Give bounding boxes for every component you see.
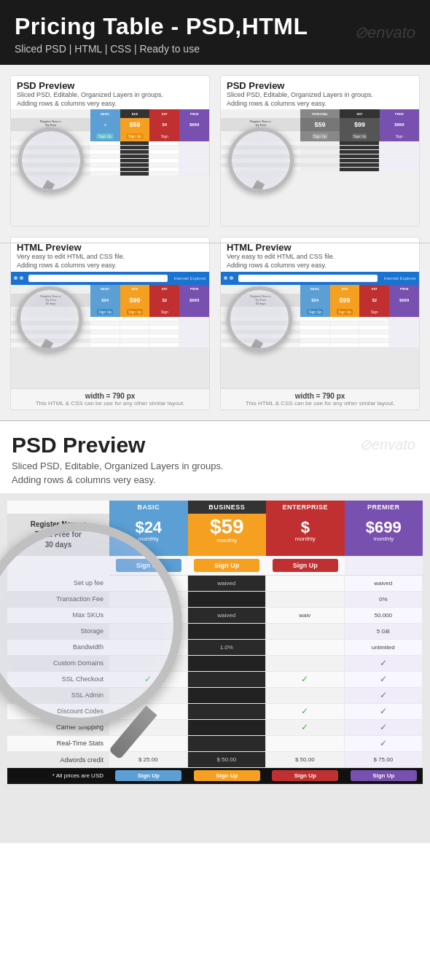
cell-premier-maxsku: 50,000	[345, 608, 423, 624]
footer-signup-business[interactable]: Sign Up	[194, 770, 260, 781]
price-amount-enterprise: $	[267, 520, 343, 536]
header: Pricing Table - PSD,HTML Sliced PSD | HT…	[0, 0, 430, 65]
html-note-2: This HTML & CSS can be use for any other…	[227, 400, 413, 407]
footer-row: * All prices are USD Sign Up Sign Up Sig…	[7, 768, 423, 784]
cell-business-stats	[188, 736, 267, 752]
psd-preview-panel-2: PSD Preview Sliced PSD, Editable, Organi…	[220, 75, 420, 227]
footer-signup-basic[interactable]: Sign Up	[115, 770, 181, 781]
cell-business-ssl-checkout	[188, 672, 267, 688]
data-col-enterprise: waiv ✓ ✓ ✓	[266, 576, 345, 752]
browser-bar-text: Internet Explorer	[174, 276, 206, 281]
signup-cell-enterprise[interactable]: Sign Up	[266, 556, 345, 575]
cell-business-setup: waived	[188, 576, 267, 592]
adwords-row: Adwords credit $ 25.00 $ 50.00 $ 50.00 $…	[7, 752, 423, 768]
bottom-description: Sliced PSD, Editable, Organized Layers i…	[12, 459, 418, 487]
cell-business-storage	[188, 624, 267, 640]
browser-dot	[20, 276, 23, 280]
panel-thumbnail-2: PERSONAL ENT PREM Register Now orTry Fre…	[221, 109, 419, 226]
panel-info-3: width = 790 px This HTML & CSS can be us…	[11, 388, 209, 409]
cell-enterprise-transaction	[266, 592, 345, 608]
cell-premier-ssl-admin: ✓	[345, 688, 423, 704]
cell-business-bandwidth: 1.0%	[188, 640, 267, 656]
cell-premier-storage: 5 GB	[345, 624, 423, 640]
price-premier: $699 monthly	[345, 514, 423, 556]
bottom-header: ⊘envato PSD Preview Sliced PSD, Editable…	[0, 421, 430, 493]
price-period-premier: monthly	[346, 536, 422, 542]
panel-desc-2: Sliced PSD, Editable, Organized Layers i…	[227, 91, 413, 108]
cell-enterprise-bandwidth	[266, 640, 345, 656]
header-watermark: ⊘envato	[354, 23, 415, 42]
panel-title-1: PSD Preview	[17, 80, 203, 91]
col-headers-row: BASIC BUSINESS ENTERPRISE PREMIER	[109, 501, 423, 514]
cell-premier-discount: ✓	[345, 704, 423, 720]
cell-enterprise-discount: ✓	[266, 704, 345, 720]
col-header-basic: BASIC	[109, 501, 188, 514]
browser-dot	[14, 276, 17, 280]
browser-bar-text: Internet Explorer	[384, 276, 416, 281]
panel-thumbnail-4: Internet Explorer BASIC BUS ENT PREM Reg…	[221, 272, 419, 388]
cell-premier-carrier: ✓	[345, 720, 423, 736]
cell-enterprise-ssl-admin	[266, 688, 345, 704]
footer-cell-premier[interactable]: Sign Up	[345, 768, 423, 784]
cell-business-custom	[188, 656, 267, 672]
cell-enterprise-custom	[266, 656, 345, 672]
panel-label-4: HTML Preview Very easy to edit HTML and …	[221, 238, 419, 271]
cell-enterprise-stats	[266, 736, 345, 752]
panel-thumbnail-1: BASIC BUS ENT PREM Register Now orTry Fr…	[11, 109, 209, 226]
cell-business-maxsku: waived	[188, 608, 267, 624]
bottom-heading: PSD Preview	[12, 433, 418, 458]
price-business: $59 monthly	[188, 514, 267, 556]
panel-desc-4: Very easy to edit HTML and CSS file.Addi…	[227, 253, 413, 270]
panel-label-2: PSD Preview Sliced PSD, Editable, Organi…	[221, 76, 419, 109]
price-period-business: monthly	[189, 537, 265, 544]
row-label-stats: Real-Time Stats	[7, 736, 109, 752]
cell-enterprise-storage	[266, 624, 345, 640]
panel-desc-1: Sliced PSD, Editable, Organized Layers i…	[17, 91, 203, 108]
browser-dot	[224, 276, 227, 280]
panel-desc-3: Very easy to edit HTML and CSS file.Addi…	[17, 253, 203, 270]
adwords-enterprise: $ 50.00	[266, 752, 345, 768]
html-preview-panel-1: HTML Preview Very easy to edit HTML and …	[10, 237, 210, 409]
data-col-premier: waived 0% 50,000 5 GB unlimited ✓ ✓ ✓ ✓ …	[345, 576, 423, 752]
magnifier-3	[17, 286, 82, 352]
col-header-business: BUSINESS	[188, 501, 267, 514]
cell-enterprise-ssl-checkout: ✓	[266, 672, 345, 688]
browser-address	[28, 275, 168, 282]
cell-business-carrier	[188, 720, 267, 736]
browser-address	[238, 275, 378, 282]
preview-grid: PSD Preview Sliced PSD, Editable, Organi…	[0, 65, 430, 420]
footer-cell-business[interactable]: Sign Up	[188, 768, 267, 784]
bottom-section: ⊘envato PSD Preview Sliced PSD, Editable…	[0, 421, 430, 843]
cell-premier-transaction: 0%	[345, 592, 423, 608]
footer-cell-enterprise[interactable]: Sign Up	[266, 768, 345, 784]
footer-cell-basic[interactable]: Sign Up	[109, 768, 188, 784]
footer-signup-premier[interactable]: Sign Up	[351, 770, 417, 781]
bottom-watermark: ⊘envato	[359, 436, 415, 453]
signup-button-enterprise[interactable]: Sign Up	[273, 559, 338, 572]
width-note-1: width = 790 px	[17, 392, 203, 400]
cell-enterprise-setup	[266, 576, 345, 592]
width-note-2: width = 790 px	[227, 392, 413, 400]
col-header-enterprise: ENTERPRISE	[266, 501, 345, 514]
panel-label-1: PSD Preview Sliced PSD, Editable, Organi…	[11, 76, 209, 109]
price-enterprise: $ monthly	[266, 514, 345, 556]
panel-title-3: HTML Preview	[17, 242, 203, 253]
price-period-enterprise: monthly	[267, 536, 343, 542]
col-header-premier: PREMIER	[345, 501, 423, 514]
panel-info-4: width = 790 px This HTML & CSS can be us…	[221, 388, 419, 409]
signup-button-business[interactable]: Sign Up	[194, 559, 259, 572]
cell-business-discount	[188, 704, 267, 720]
signup-cell-business[interactable]: Sign Up	[188, 556, 267, 575]
cell-premier-bandwidth: unlimited	[345, 640, 423, 656]
cell-business-ssl-admin	[188, 688, 267, 704]
magnifier-2	[228, 128, 294, 193]
footer-signup-enterprise[interactable]: Sign Up	[272, 770, 338, 781]
panel-label-3: HTML Preview Very easy to edit HTML and …	[11, 238, 209, 271]
adwords-business: $ 50.00	[188, 752, 267, 768]
html-note-1: This HTML & CSS can be use for any other…	[17, 400, 203, 407]
psd-preview-panel-1: PSD Preview Sliced PSD, Editable, Organi…	[10, 75, 210, 227]
cell-premier-stats: ✓	[345, 736, 423, 752]
cell-enterprise-maxsku: waiv	[266, 608, 345, 624]
data-col-business: waived waived 1.0%	[188, 576, 267, 752]
cell-premier-custom: ✓	[345, 656, 423, 672]
